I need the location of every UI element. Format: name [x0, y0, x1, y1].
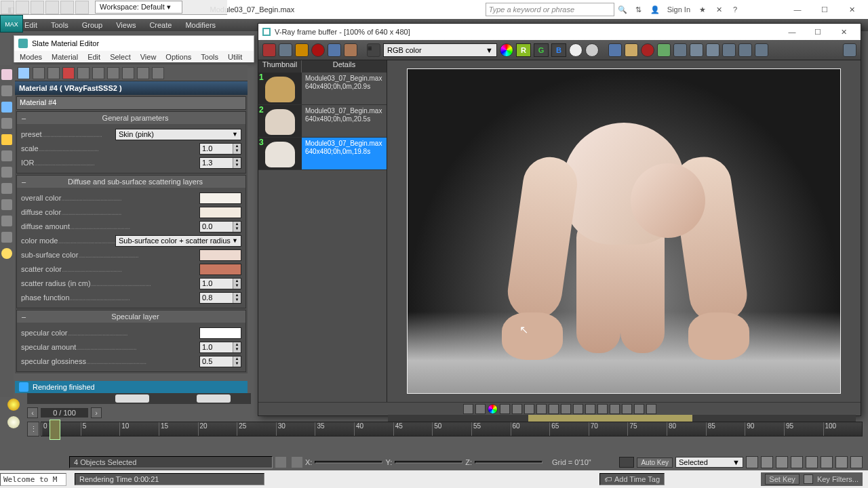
mat-preview-icon[interactable] [107, 67, 119, 79]
vfb-bi-7-icon[interactable] [536, 404, 547, 414]
maxscript-listener[interactable]: Welcome to M [0, 473, 66, 486]
next-frame-icon[interactable] [791, 456, 803, 468]
ls-tool2-icon[interactable] [1, 85, 12, 96]
vfb-bi-14-icon[interactable] [622, 404, 632, 414]
material-name-input[interactable]: Material #4 [16, 96, 246, 110]
vfb-clear-icon[interactable] [295, 43, 309, 57]
time-config-icon[interactable] [821, 456, 833, 468]
viewport-nav-icon[interactable] [835, 456, 848, 468]
vfb-copy-icon[interactable] [722, 43, 736, 57]
search-icon[interactable]: 🔍 [615, 2, 630, 17]
vfb-bi-9-icon[interactable] [561, 404, 571, 414]
vfb-b-button[interactable]: B [551, 43, 566, 57]
vfb-b-icon[interactable] [344, 43, 357, 57]
sun-icon[interactable] [7, 399, 20, 411]
mat-eyedrop-icon[interactable] [33, 67, 45, 79]
diffuse-color-swatch[interactable] [199, 207, 241, 218]
maxlogo-icon[interactable]: MAX [0, 15, 23, 33]
ls-tool7-icon[interactable] [1, 167, 12, 178]
ls-tool11-icon[interactable] [1, 232, 12, 243]
mat-layout-icon[interactable] [122, 67, 134, 79]
vfb-bi-4-icon[interactable] [500, 404, 510, 414]
sme-menu-select[interactable]: Select [110, 53, 131, 61]
coord-x-input[interactable] [315, 461, 382, 464]
mat-toggle-icon[interactable] [77, 67, 90, 79]
vfb-bi-12-icon[interactable] [597, 404, 608, 414]
timeline-drag-handle[interactable]: ⋮ [27, 422, 39, 436]
sme-menu-options[interactable]: Options [165, 53, 191, 61]
new-file-icon[interactable] [1, 1, 14, 14]
vfb-a-icon[interactable] [328, 43, 341, 57]
vfb-link-icon[interactable] [673, 43, 687, 57]
mat-delete-icon[interactable] [62, 67, 75, 79]
open-file-icon[interactable] [16, 1, 29, 14]
menu-create[interactable]: Create [149, 21, 172, 29]
help-icon[interactable]: ? [728, 2, 743, 17]
mini-timeline[interactable] [27, 393, 251, 404]
vfb-teapot2-icon[interactable] [706, 43, 719, 57]
vfb-window-icon[interactable] [738, 43, 752, 57]
play-icon[interactable] [776, 456, 788, 468]
redo-icon[interactable] [60, 1, 74, 14]
phase-function-spinner[interactable]: 0.8▲▼ [199, 292, 241, 304]
ls-tool4-icon[interactable] [1, 118, 12, 129]
mat-opts2-icon[interactable] [152, 67, 164, 79]
vfb-bi-15-icon[interactable] [634, 404, 644, 414]
menu-modifiers[interactable]: Modifiers [185, 21, 216, 29]
vfb-record-icon[interactable] [311, 43, 325, 57]
vfb-settings-icon[interactable] [843, 43, 856, 57]
subsurface-color-swatch[interactable] [199, 249, 241, 261]
maximize-window-icon[interactable]: ☐ [811, 0, 838, 19]
collapse-toggle-icon[interactable]: – [20, 312, 28, 321]
sme-menu-utilities[interactable]: Utilit [228, 53, 242, 61]
ls-tool6-icon[interactable] [1, 150, 12, 161]
menu-views[interactable]: Views [116, 21, 136, 29]
ls-tool10-icon[interactable] [1, 216, 12, 226]
vfb-teapot1-icon[interactable] [690, 43, 703, 57]
vfb-titlebar[interactable]: V-Ray frame buffer - [100% of 640 x 480]… [258, 24, 861, 40]
vfb-save2-icon[interactable] [608, 43, 622, 57]
history-row[interactable]: 3Module03_07_Begin.max640x480;0h,0m,19.8… [258, 138, 387, 170]
mat-grid-icon[interactable] [92, 67, 104, 79]
vfb-colorwheel-icon[interactable] [500, 43, 513, 57]
scale-spinner[interactable]: 1.0▲▼ [199, 143, 241, 155]
vfb-channel-dropdown[interactable]: RGB color▼ [383, 43, 497, 57]
autokey-button[interactable]: Auto Key [637, 458, 673, 468]
help-search-input[interactable]: Type a keyword or phrase [486, 3, 614, 16]
current-frame-marker[interactable] [50, 420, 60, 440]
connect-icon[interactable]: ⇅ [631, 2, 646, 17]
goto-start-icon[interactable] [746, 456, 758, 468]
vfb-mono2-icon[interactable] [585, 43, 599, 57]
vfb-bi-6-icon[interactable] [524, 404, 534, 414]
color-mode-dropdown[interactable]: Sub-surface color + scatter radius▼ [115, 235, 241, 247]
mat-pick-icon[interactable] [18, 67, 30, 79]
x-close-icon[interactable]: ✕ [711, 2, 726, 17]
menu-group[interactable]: Group [82, 21, 103, 29]
vfb-r-button[interactable]: R [516, 43, 531, 57]
key-mode-icon[interactable] [619, 457, 634, 468]
specular-gloss-spinner[interactable]: 0.5▲▼ [199, 356, 241, 367]
vfb-region-icon[interactable] [657, 43, 671, 57]
preset-dropdown[interactable]: Skin (pink)▼ [115, 129, 241, 140]
vfb-bi-11-icon[interactable] [585, 404, 595, 414]
ls-tool3-icon[interactable] [1, 102, 12, 113]
collapse-toggle-icon[interactable]: – [20, 114, 28, 122]
goto-end-icon[interactable] [806, 456, 818, 468]
undo-icon[interactable] [45, 1, 59, 14]
key-selection-dropdown[interactable]: Selected▼ [675, 457, 743, 468]
vfb-maximize-icon[interactable]: ☐ [805, 28, 831, 37]
sme-menu-tools[interactable]: Tools [201, 53, 218, 61]
vfb-save-icon[interactable] [279, 43, 292, 57]
favorites-icon[interactable]: ★ [695, 2, 710, 17]
vfb-refresh-icon[interactable] [755, 43, 768, 57]
setkey-button[interactable]: Set Key [765, 474, 800, 485]
viewport-zoom-icon[interactable] [850, 456, 863, 468]
key-icon[interactable] [804, 474, 813, 484]
overall-color-swatch[interactable] [199, 192, 241, 204]
vfb-bi-3-icon[interactable] [488, 404, 498, 414]
sme-menu-material[interactable]: Material [52, 53, 78, 61]
frame-next-icon[interactable]: › [91, 407, 102, 418]
ls-tool12-icon[interactable] [1, 248, 12, 259]
vfb-bi-5-icon[interactable] [512, 404, 522, 414]
minimize-window-icon[interactable]: — [784, 0, 811, 19]
